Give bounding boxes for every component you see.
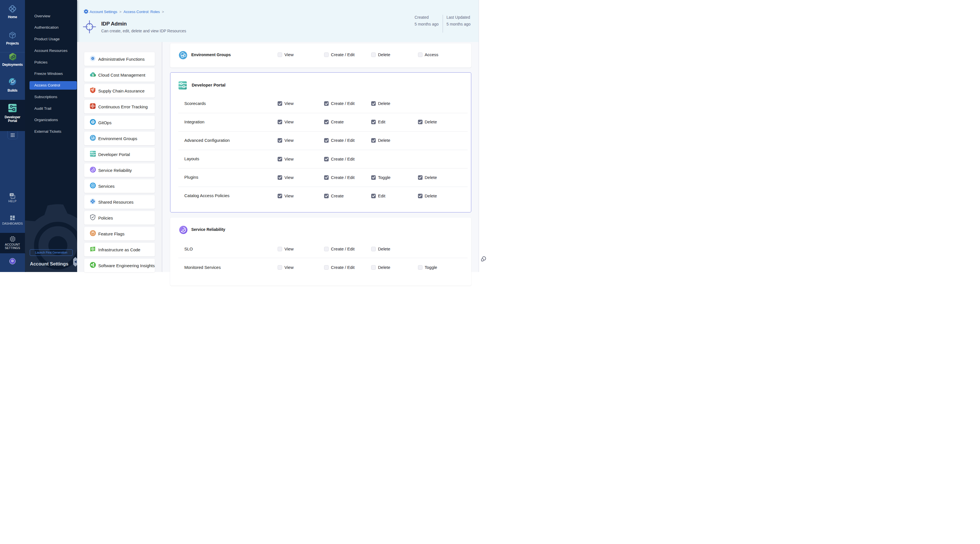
- svg-text:$: $: [92, 73, 94, 76]
- svg-text:?: ?: [11, 193, 13, 196]
